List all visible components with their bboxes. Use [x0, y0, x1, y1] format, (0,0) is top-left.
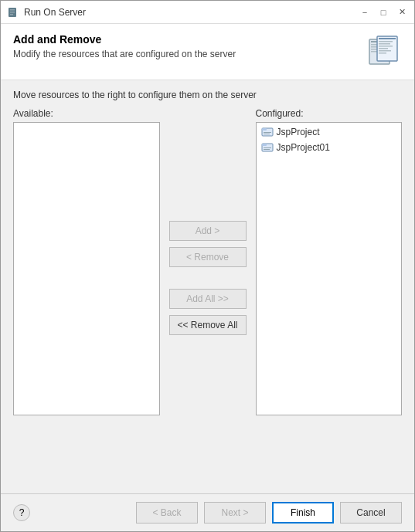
window-icon [7, 6, 19, 19]
finish-button[interactable]: Finish [272, 502, 334, 524]
project-icon [261, 141, 274, 154]
svg-rect-21 [264, 134, 270, 134]
svg-rect-3 [10, 14, 13, 15]
svg-rect-14 [379, 46, 393, 47]
list-item-label: JspProject01 [277, 142, 330, 153]
available-label: Available: [13, 108, 160, 119]
svg-rect-16 [379, 50, 391, 52]
configured-label: Configured: [256, 108, 403, 119]
list-item[interactable]: JspProject [258, 124, 400, 140]
svg-rect-20 [264, 132, 271, 133]
svg-rect-17 [379, 53, 386, 54]
instruction-text: Move resources to the right to configure… [13, 90, 402, 100]
configured-panel: Configured: JspProject JspProject01 [256, 108, 403, 415]
footer: ? < Back Next > Finish Cancel [1, 493, 414, 531]
add-all-button[interactable]: Add All >> [169, 289, 247, 309]
server-icon [366, 35, 400, 69]
minimize-button[interactable]: − [359, 6, 371, 19]
header-subtitle: Modify the resources that are configured… [13, 49, 365, 59]
panels-row: Available: Add > < Remove Add All >> << … [13, 108, 402, 484]
svg-rect-12 [379, 41, 393, 42]
svg-rect-23 [262, 144, 267, 146]
remove-button[interactable]: < Remove [169, 247, 247, 267]
svg-rect-1 [10, 9, 15, 11]
maximize-button[interactable]: □ [377, 6, 389, 19]
help-button[interactable]: ? [13, 504, 30, 521]
title-bar: Run On Server − □ ✕ [1, 1, 414, 24]
svg-rect-13 [379, 43, 390, 45]
svg-rect-15 [379, 48, 388, 49]
header-title: Add and Remove [13, 33, 365, 46]
list-item-label: JspProject [277, 127, 320, 137]
header-text: Add and Remove Modify the resources that… [13, 33, 365, 59]
header-area: Add and Remove Modify the resources that… [1, 24, 414, 80]
add-button[interactable]: Add > [169, 221, 247, 241]
available-panel: Available: [13, 108, 160, 415]
svg-rect-11 [379, 38, 396, 39]
list-item[interactable]: JspProject01 [258, 140, 400, 155]
svg-rect-24 [264, 147, 271, 148]
svg-rect-19 [262, 128, 267, 130]
main-window: Run On Server − □ ✕ Add and Remove Modif… [0, 0, 415, 532]
available-list[interactable] [13, 122, 160, 415]
svg-rect-25 [264, 149, 270, 150]
content-area: Move resources to the right to configure… [1, 80, 414, 493]
buttons-column: Add > < Remove Add All >> << Remove All [160, 124, 256, 432]
svg-rect-2 [10, 12, 15, 13]
window-title: Run On Server [24, 7, 86, 18]
back-button[interactable]: < Back [136, 502, 198, 524]
remove-all-button[interactable]: << Remove All [169, 315, 247, 335]
close-button[interactable]: ✕ [396, 6, 408, 19]
footer-right: < Back Next > Finish Cancel [136, 502, 402, 524]
cancel-button[interactable]: Cancel [340, 502, 402, 524]
header-icon-container [365, 33, 402, 70]
title-bar-left: Run On Server [7, 6, 86, 19]
title-bar-controls: − □ ✕ [359, 6, 408, 19]
project-icon [261, 126, 274, 138]
next-button[interactable]: Next > [204, 502, 266, 524]
configured-list[interactable]: JspProject JspProject01 [256, 122, 403, 415]
footer-left: ? [13, 504, 30, 521]
